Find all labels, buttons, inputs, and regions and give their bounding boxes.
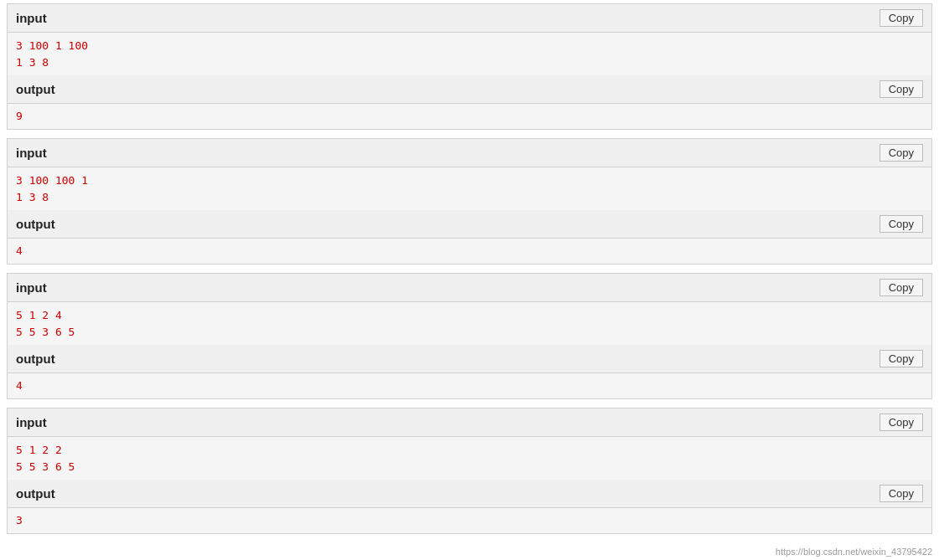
input-header-3: inputCopy — [8, 274, 931, 302]
input-line: 1 3 8 — [16, 54, 923, 71]
output-label-4: output — [16, 486, 55, 501]
output-copy-button-2[interactable]: Copy — [880, 215, 923, 233]
input-line: 5 1 2 4 — [16, 307, 923, 324]
output-label-1: output — [16, 82, 55, 96]
output-header-4: outputCopy — [8, 480, 931, 508]
input-label-1: input — [16, 11, 47, 25]
input-copy-button-2[interactable]: Copy — [880, 144, 923, 162]
output-label-3: output — [16, 352, 55, 366]
output-content-1: 9 — [8, 104, 931, 129]
output-copy-button-1[interactable]: Copy — [880, 80, 923, 98]
output-label-2: output — [16, 217, 55, 231]
input-copy-button-3[interactable]: Copy — [880, 279, 923, 296]
page-container: inputCopy3 100 1 1001 3 8outputCopy9inpu… — [0, 0, 939, 546]
test-case-group-1: inputCopy3 100 1 1001 3 8outputCopy9 — [7, 3, 932, 130]
output-content-4: 3 — [8, 508, 931, 533]
input-header-1: inputCopy — [8, 4, 931, 33]
output-header-3: outputCopy — [8, 345, 931, 373]
watermark: https://blog.csdn.net/weixin_43795422 — [776, 547, 932, 557]
input-header-2: inputCopy — [8, 139, 931, 167]
input-content-1: 3 100 1 1001 3 8 — [8, 33, 931, 75]
input-line: 3 100 100 1 — [16, 172, 923, 189]
input-line: 3 100 1 100 — [16, 38, 923, 54]
input-line: 5 5 3 6 5 — [16, 459, 923, 475]
input-copy-button-4[interactable]: Copy — [880, 414, 923, 431]
input-content-4: 5 1 2 25 5 3 6 5 — [8, 437, 931, 480]
input-content-2: 3 100 100 11 3 8 — [8, 167, 931, 210]
test-case-group-3: inputCopy5 1 2 45 5 3 6 5outputCopy4 — [7, 273, 932, 399]
input-label-2: input — [16, 146, 47, 160]
output-copy-button-3[interactable]: Copy — [880, 350, 923, 367]
input-line: 5 5 3 6 5 — [16, 324, 923, 341]
output-value-4: 3 — [16, 514, 23, 527]
input-line: 5 1 2 2 — [16, 442, 923, 459]
input-content-3: 5 1 2 45 5 3 6 5 — [8, 302, 931, 345]
output-content-3: 4 — [8, 373, 931, 398]
test-case-group-2: inputCopy3 100 100 11 3 8outputCopy4 — [7, 138, 932, 265]
input-label-3: input — [16, 280, 47, 295]
output-value-1: 9 — [16, 110, 23, 122]
output-copy-button-4[interactable]: Copy — [880, 485, 923, 502]
output-value-2: 4 — [16, 244, 23, 257]
input-label-4: input — [16, 415, 47, 429]
output-content-2: 4 — [8, 239, 931, 264]
input-header-4: inputCopy — [8, 408, 931, 437]
input-copy-button-1[interactable]: Copy — [880, 9, 923, 27]
output-header-1: outputCopy — [8, 75, 931, 104]
input-line: 1 3 8 — [16, 189, 923, 206]
output-header-2: outputCopy — [8, 210, 931, 239]
output-value-3: 4 — [16, 379, 23, 392]
test-case-group-4: inputCopy5 1 2 25 5 3 6 5outputCopy3 — [7, 408, 932, 534]
